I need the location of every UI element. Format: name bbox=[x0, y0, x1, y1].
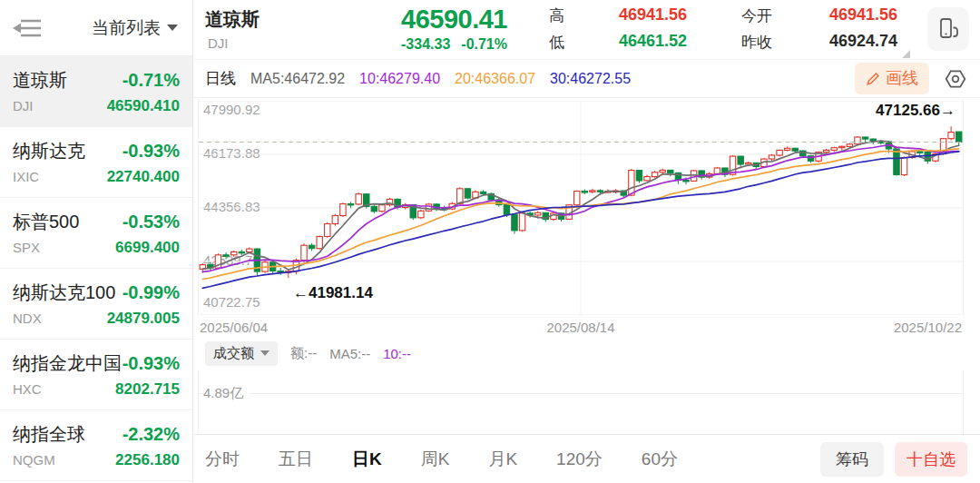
index-change-pct: -0.99% bbox=[122, 282, 180, 303]
quote-header: 道琼斯 DJI 46590.41 -334.33 -0.71% 高 46941.… bbox=[194, 0, 980, 60]
symbol-name: 道琼斯 bbox=[205, 7, 358, 32]
x-axis-date-end: 2025/10/22 bbox=[894, 320, 962, 335]
period-low-annotation: ←41981.14 bbox=[293, 284, 373, 302]
volume-amount: 额:-- bbox=[290, 345, 317, 362]
sidebar-item-ixic[interactable]: 纳斯达克 -0.93% IXIC 22740.400 bbox=[0, 127, 192, 198]
sidebar-item-hxc[interactable]: 纳指金龙中国 -0.93% HXC 8202.715 bbox=[0, 340, 192, 410]
index-price: 2256.180 bbox=[115, 451, 180, 469]
rotate-phone-icon bbox=[935, 15, 962, 43]
index-code: NDX bbox=[13, 310, 42, 326]
sidebar-item-ndx[interactable]: 纳斯达克100 -0.99% NDX 24879.005 bbox=[0, 269, 192, 340]
index-name: 道琼斯 bbox=[13, 68, 67, 93]
collapse-list-icon[interactable] bbox=[11, 15, 44, 41]
stat-label-high: 高 bbox=[549, 5, 564, 26]
volume-chart-panel[interactable]: 4.89亿 bbox=[198, 370, 964, 434]
index-code: SPX bbox=[13, 240, 40, 255]
draw-line-label: 画线 bbox=[886, 67, 918, 89]
ma20-legend: 20:46366.07 bbox=[455, 71, 535, 87]
stat-label-prev-close: 昨收 bbox=[741, 32, 772, 53]
x-axis-date-start: 2025/06/04 bbox=[200, 320, 268, 335]
index-name: 标普500 bbox=[13, 210, 79, 234]
sidebar-header: 当前列表 bbox=[0, 0, 192, 56]
indicator-settings-button[interactable] bbox=[944, 67, 967, 91]
tab-weekly-k[interactable]: 周K bbox=[421, 448, 450, 471]
x-axis: 2025/06/04 2025/08/14 2025/10/22 bbox=[198, 316, 964, 338]
volume-ma10: 10:-- bbox=[383, 346, 411, 361]
period-label[interactable]: 日线 bbox=[205, 68, 236, 89]
rotate-screen-button[interactable] bbox=[927, 7, 969, 51]
period-tabbar: 分时 五日 日K 周K 月K 120分 60分 筹码 十自选 bbox=[194, 434, 980, 483]
ma5-legend: MA5:46472.92 bbox=[250, 71, 345, 87]
stat-label-open: 今开 bbox=[741, 5, 772, 26]
chevron-down-icon bbox=[260, 350, 270, 356]
tab-60min[interactable]: 60分 bbox=[642, 448, 678, 471]
index-code: DJI bbox=[13, 98, 34, 113]
period-high-annotation: 47125.66→ bbox=[876, 102, 956, 120]
index-code: IXIC bbox=[13, 169, 39, 184]
ma10-legend: 10:46279.40 bbox=[359, 71, 440, 87]
ma30-legend: 30:46272.55 bbox=[550, 71, 631, 87]
index-change-pct: -0.53% bbox=[122, 212, 180, 232]
list-selector[interactable]: 当前列表 bbox=[92, 16, 178, 40]
symbol-code: DJI bbox=[208, 35, 358, 51]
index-name: 纳斯达克 bbox=[13, 139, 85, 163]
index-change-pct: -0.93% bbox=[122, 353, 180, 374]
tab-120min[interactable]: 120分 bbox=[556, 448, 603, 471]
list-selector-label: 当前列表 bbox=[92, 16, 161, 40]
draw-line-button[interactable]: 画线 bbox=[855, 63, 929, 94]
sidebar-item-spx[interactable]: 标普500 -0.53% SPX 6699.400 bbox=[0, 198, 192, 269]
chevron-down-icon bbox=[167, 25, 178, 31]
price-change-pct: -0.71% bbox=[461, 36, 507, 53]
x-axis-date-middle: 2025/08/14 bbox=[546, 320, 614, 335]
watchlist-sidebar: 当前列表 道琼斯 -0.71% DJI 46590.410 纳斯达克 -0.93… bbox=[0, 0, 193, 483]
tab-5day[interactable]: 五日 bbox=[279, 448, 313, 471]
stat-label-low: 低 bbox=[549, 32, 564, 53]
price-change: -334.33 bbox=[401, 36, 450, 53]
index-change-pct: -0.71% bbox=[122, 70, 180, 91]
chart-toolbar: 日线 MA5:46472.92 10:46279.40 20:46366.07 … bbox=[194, 60, 980, 98]
index-name: 纳斯达克100 bbox=[13, 281, 115, 305]
volume-toolbar: 成交额 额:-- MA5:-- 10:-- bbox=[194, 338, 980, 369]
add-to-watchlist-button[interactable]: 十自选 bbox=[895, 442, 967, 477]
stat-value-low: 46461.52 bbox=[573, 32, 687, 53]
kline-chart-panel: 47990.92 46173.88 44356.83 42539.79 4072… bbox=[198, 100, 964, 316]
index-code: NQGM bbox=[13, 452, 55, 468]
sidebar-item-nqgm[interactable]: 纳指全球 -2.32% NQGM 2256.180 bbox=[0, 410, 192, 481]
index-name: 纳指金龙中国 bbox=[13, 351, 122, 376]
index-price: 6699.400 bbox=[115, 239, 180, 257]
volume-scale-label: 4.89亿 bbox=[203, 385, 250, 402]
volume-gridline bbox=[199, 393, 963, 394]
chips-distribution-button[interactable]: 筹码 bbox=[820, 442, 884, 477]
stat-value-prev-close: 46924.74 bbox=[781, 32, 897, 53]
index-code: HXC bbox=[13, 381, 42, 397]
candlestick-canvas[interactable] bbox=[199, 101, 963, 315]
pencil-icon bbox=[866, 71, 881, 86]
last-price: 46590.41 bbox=[358, 5, 507, 34]
stat-value-open: 46941.56 bbox=[781, 5, 897, 26]
tab-minute[interactable]: 分时 bbox=[205, 448, 240, 471]
sidebar-item-dji[interactable]: 道琼斯 -0.71% DJI 46590.410 bbox=[0, 56, 192, 127]
index-change-pct: -0.93% bbox=[122, 141, 180, 162]
hexagon-settings-icon bbox=[944, 67, 967, 91]
index-price: 24879.005 bbox=[107, 310, 180, 328]
volume-ma5: MA5:-- bbox=[329, 346, 370, 361]
stat-value-high: 46941.56 bbox=[573, 5, 687, 26]
index-price: 46590.410 bbox=[107, 97, 180, 115]
tab-monthly-k[interactable]: 月K bbox=[488, 448, 517, 471]
index-price: 22740.400 bbox=[107, 168, 180, 186]
volume-indicator-selector[interactable]: 成交额 bbox=[205, 341, 278, 366]
volume-indicator-label: 成交额 bbox=[213, 345, 254, 362]
corner-handle bbox=[902, 50, 910, 58]
quote-detail-panel: 道琼斯 DJI 46590.41 -334.33 -0.71% 高 46941.… bbox=[194, 0, 980, 483]
tab-daily-k[interactable]: 日K bbox=[352, 448, 382, 471]
index-change-pct: -2.32% bbox=[122, 424, 180, 445]
index-price: 8202.715 bbox=[115, 380, 180, 399]
index-name: 纳指全球 bbox=[13, 422, 85, 447]
